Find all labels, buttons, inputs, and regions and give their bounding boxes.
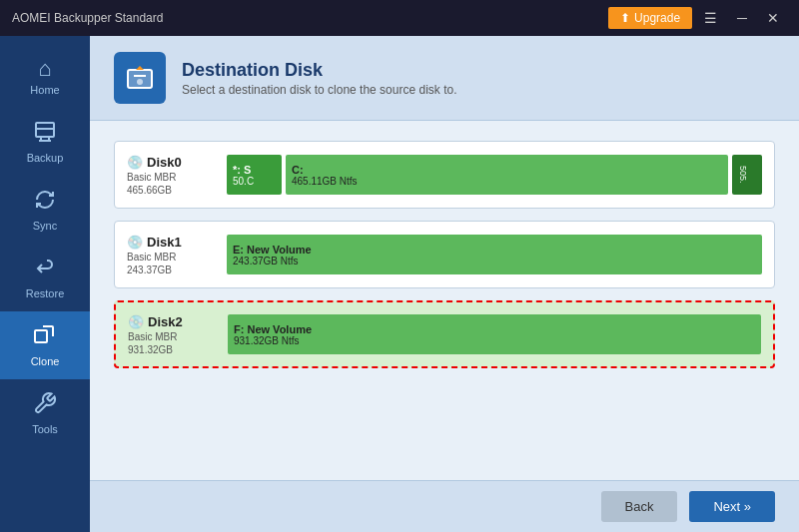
sync-icon bbox=[33, 188, 57, 216]
minimize-button[interactable]: ─ bbox=[729, 7, 755, 29]
restore-icon bbox=[33, 256, 57, 283]
disk2-partitions: F: New Volume 931.32GB Ntfs bbox=[228, 314, 761, 354]
disk2-size: 931.32GB bbox=[128, 344, 228, 355]
footer: Back Next » bbox=[90, 480, 799, 532]
disk0-type: Basic MBR bbox=[127, 172, 227, 183]
disk1-name: 💿 Disk1 bbox=[127, 235, 227, 250]
disk1-info: 💿 Disk1 Basic MBR 243.37GB bbox=[127, 235, 227, 275]
disk2-type: Basic MBR bbox=[128, 331, 228, 342]
sidebar-item-tools[interactable]: Tools bbox=[0, 379, 90, 447]
backup-icon bbox=[33, 120, 57, 148]
title-bar: AOMEI Backupper Standard ⬆ Upgrade ☰ ─ ✕ bbox=[0, 0, 799, 36]
disk-list: 💿 Disk0 Basic MBR 465.66GB *: S 50.C C: … bbox=[90, 121, 799, 480]
disk0-partition-end: 505. bbox=[732, 155, 762, 195]
content-header: Destination Disk Select a destination di… bbox=[90, 36, 799, 121]
upgrade-icon: ⬆ bbox=[620, 11, 630, 25]
disk2-drive-icon: 💿 bbox=[128, 314, 144, 329]
disk1-drive-icon: 💿 bbox=[127, 235, 143, 250]
close-button[interactable]: ✕ bbox=[759, 7, 787, 29]
disk2-name: 💿 Disk2 bbox=[128, 314, 228, 329]
disk-item-disk1[interactable]: 💿 Disk1 Basic MBR 243.37GB E: New Volume… bbox=[114, 221, 775, 288]
disk0-partition-c: C: 465.11GB Ntfs bbox=[286, 155, 728, 195]
page-subtitle: Select a destination disk to clone the s… bbox=[182, 83, 457, 97]
disk-item-disk2[interactable]: 💿 Disk2 Basic MBR 931.32GB F: New Volume… bbox=[114, 300, 775, 368]
upgrade-button[interactable]: ⬆ Upgrade bbox=[608, 7, 692, 29]
sidebar-item-home[interactable]: ⌂ Home bbox=[0, 46, 90, 108]
sidebar-label-sync: Sync bbox=[33, 220, 57, 232]
disk-item-disk0[interactable]: 💿 Disk0 Basic MBR 465.66GB *: S 50.C C: … bbox=[114, 141, 775, 209]
sidebar-label-tools: Tools bbox=[32, 423, 58, 435]
disk0-size: 465.66GB bbox=[127, 185, 227, 196]
sidebar-item-sync[interactable]: Sync bbox=[0, 176, 90, 244]
svg-rect-5 bbox=[35, 330, 47, 342]
sidebar-label-restore: Restore bbox=[26, 287, 65, 299]
header-text: Destination Disk Select a destination di… bbox=[182, 60, 457, 97]
disk0-info: 💿 Disk0 Basic MBR 465.66GB bbox=[127, 155, 227, 196]
disk0-partition-system: *: S 50.C bbox=[227, 155, 282, 195]
menu-button[interactable]: ☰ bbox=[696, 7, 725, 29]
disk2-info: 💿 Disk2 Basic MBR 931.32GB bbox=[128, 314, 228, 355]
disk1-partitions: E: New Volume 243.37GB Ntfs bbox=[227, 235, 762, 274]
main-layout: ⌂ Home Backup bbox=[0, 36, 799, 532]
sidebar-label-backup: Backup bbox=[27, 152, 64, 164]
disk0-name: 💿 Disk0 bbox=[127, 155, 227, 170]
title-bar-right: ⬆ Upgrade ☰ ─ ✕ bbox=[608, 7, 787, 29]
tools-icon bbox=[33, 391, 57, 419]
sidebar-item-backup[interactable]: Backup bbox=[0, 108, 90, 176]
content-area: Destination Disk Select a destination di… bbox=[90, 36, 799, 532]
title-bar-left: AOMEI Backupper Standard bbox=[12, 11, 163, 25]
disk1-size: 243.37GB bbox=[127, 265, 227, 275]
disk-drive-icon: 💿 bbox=[127, 155, 143, 170]
home-icon: ⌂ bbox=[38, 58, 51, 80]
sidebar-item-restore[interactable]: Restore bbox=[0, 244, 90, 311]
back-button[interactable]: Back bbox=[601, 491, 678, 522]
clone-icon bbox=[33, 323, 57, 351]
svg-point-9 bbox=[137, 79, 143, 85]
disk0-partitions: *: S 50.C C: 465.11GB Ntfs 505. bbox=[227, 155, 762, 195]
sidebar-item-clone[interactable]: Clone bbox=[0, 311, 90, 379]
destination-disk-icon bbox=[114, 52, 166, 104]
sidebar-label-home: Home bbox=[30, 84, 59, 96]
sidebar: ⌂ Home Backup bbox=[0, 36, 90, 532]
sidebar-label-clone: Clone bbox=[31, 355, 60, 367]
disk1-type: Basic MBR bbox=[127, 252, 227, 263]
next-button[interactable]: Next » bbox=[689, 491, 775, 522]
disk2-partition-f: F: New Volume 931.32GB Ntfs bbox=[228, 314, 761, 354]
app-title: AOMEI Backupper Standard bbox=[12, 11, 163, 25]
page-title: Destination Disk bbox=[182, 60, 457, 81]
disk1-partition-e: E: New Volume 243.37GB Ntfs bbox=[227, 235, 762, 274]
